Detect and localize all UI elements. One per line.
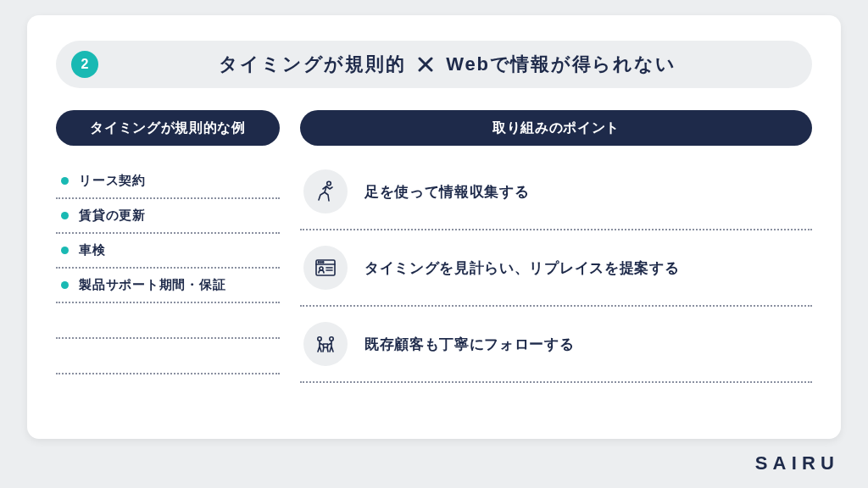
list-item: 製品サポート期間・保証 (56, 269, 280, 303)
title-right: Webで情報が得られない (446, 52, 676, 77)
right-header-pill: 取り組みのポイント (300, 110, 812, 146)
point-label: 足を使って情報収集する (364, 182, 529, 202)
cross-icon (417, 56, 434, 73)
list-item: リース契約 (56, 164, 280, 199)
number-badge: 2 (71, 51, 98, 78)
list-item-label: 車検 (79, 242, 106, 258)
bullet-icon (61, 177, 69, 185)
svg-point-7 (323, 262, 324, 263)
badge-number: 2 (81, 57, 89, 72)
list-item-label: 製品サポート期間・保証 (79, 277, 225, 293)
brand-text: SAIRU (755, 452, 839, 474)
list-item: 賃貸の更新 (56, 199, 280, 234)
point-list: 足を使って情報収集する (300, 164, 812, 383)
running-person-icon (303, 169, 348, 214)
bullet-icon (61, 281, 69, 289)
list-item: 足を使って情報収集する (300, 164, 812, 230)
left-header-pill: タイミングが規則的な例 (56, 110, 280, 146)
bullet-icon (61, 212, 69, 219)
svg-point-11 (318, 337, 321, 341)
title-bar: 2 タイミングが規則的 Webで情報が得られない (56, 41, 812, 88)
svg-point-6 (320, 262, 321, 263)
bullet-icon (61, 247, 69, 254)
svg-point-2 (327, 181, 331, 186)
svg-line-15 (327, 347, 328, 352)
list-item-label: 賃貸の更新 (79, 208, 146, 224)
point-label: 既存顧客も丁寧にフォローする (364, 335, 575, 354)
list-item: 既存顧客も丁寧にフォローする (300, 307, 812, 383)
browser-window-icon (303, 246, 348, 290)
content-columns: タイミングが規則的な例 リース契約 賃貸の更新 車検 製品サポート期間・保証 (56, 110, 812, 383)
title-left: タイミングが規則的 (219, 52, 405, 77)
brand-logo: SAIRU (755, 452, 839, 474)
point-label: タイミングを見計らい、リプレイスを提案する (364, 258, 679, 278)
slide-title: タイミングが規則的 Webで情報が得られない (98, 52, 797, 77)
empty-rows (56, 303, 280, 374)
right-column: 取り組みのポイント 足を使って情報収集する (300, 110, 812, 383)
list-item: 車検 (56, 234, 280, 269)
svg-point-5 (318, 262, 319, 263)
empty-row (56, 303, 280, 339)
right-header-text: 取り組みのポイント (492, 119, 620, 137)
list-item: タイミングを見計らい、リプレイスを提案する (300, 230, 812, 307)
empty-row (56, 339, 280, 374)
svg-line-14 (323, 347, 324, 352)
list-item-label: リース契約 (79, 173, 146, 189)
slide-card: 2 タイミングが規則的 Webで情報が得られない タイミングが規則的な例 リース… (27, 15, 841, 439)
left-column: タイミングが規則的な例 リース契約 賃貸の更新 車検 製品サポート期間・保証 (56, 110, 280, 383)
example-list: リース契約 賃貸の更新 車検 製品サポート期間・保証 (56, 164, 280, 303)
svg-point-12 (330, 337, 333, 341)
left-header-text: タイミングが規則的な例 (90, 119, 245, 137)
meeting-people-icon (303, 322, 348, 366)
